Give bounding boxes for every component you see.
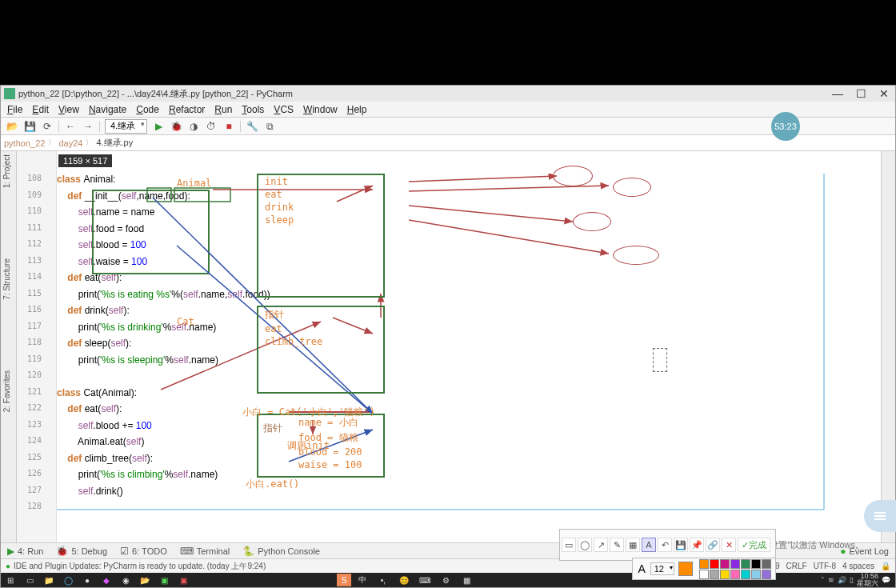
editor-area[interactable]: 1081091101111121131141151161171181191201… <box>17 151 881 542</box>
screenshot-annotation-toolbar[interactable]: ▭ ◯ ↗ ✎ ▦ A ↶ 💾 📌 🔗 ✕ ✓完成 <box>559 529 776 561</box>
minimize-button[interactable]: — <box>832 87 843 100</box>
label-ptr-instance: 指针 <box>263 422 282 435</box>
tray-icon-1[interactable]: 😊 <box>394 574 414 586</box>
menu-view[interactable]: View <box>54 104 84 115</box>
menu-window[interactable]: Window <box>298 104 342 115</box>
tray-volume-icon[interactable]: 🔊 <box>838 576 846 584</box>
color-swatch[interactable] <box>730 570 740 579</box>
arrow-tool-icon[interactable]: ↗ <box>594 538 608 552</box>
app-icon-4[interactable]: ▣ <box>174 574 193 586</box>
run-icon[interactable]: ▶ <box>152 120 165 133</box>
forward-icon[interactable]: → <box>82 120 94 133</box>
open-icon[interactable]: 📂 <box>6 120 18 133</box>
crumb-file[interactable]: 4.继承.py <box>96 137 133 149</box>
maximize-button[interactable]: ☐ <box>856 87 866 100</box>
ime-lang[interactable]: 中 <box>353 574 372 586</box>
color-swatch[interactable] <box>699 570 709 579</box>
oval-4 <box>613 246 659 265</box>
menu-run[interactable]: Run <box>210 104 237 115</box>
tray-icon-3[interactable]: ⚙ <box>436 574 455 586</box>
tray-battery-icon[interactable]: ▯ <box>850 576 854 584</box>
project-tab[interactable]: 1: Project <box>1 151 13 191</box>
tray-icon-2[interactable]: ⌨ <box>415 574 434 586</box>
annotation-font-toolbar[interactable]: A 12 <box>632 558 776 580</box>
stop-icon[interactable]: ■ <box>222 120 235 133</box>
menu-help[interactable]: Help <box>342 104 372 115</box>
run-tool-tab[interactable]: ▶4: Run <box>1 546 50 557</box>
debug-icon[interactable]: 🐞 <box>170 120 182 133</box>
tray-icon-4[interactable]: ▦ <box>457 574 476 586</box>
app-icon-3[interactable]: ◆ <box>97 574 116 586</box>
close-button[interactable]: ✕ <box>879 87 889 100</box>
floating-menu-button[interactable] <box>864 500 896 532</box>
current-color-swatch[interactable] <box>678 562 693 576</box>
back-icon[interactable]: ← <box>64 120 77 133</box>
structure-icon[interactable]: ⧉ <box>263 120 276 133</box>
folder-icon[interactable]: 📂 <box>135 574 154 586</box>
color-swatch[interactable] <box>710 559 719 569</box>
coverage-icon[interactable]: ◑ <box>187 120 200 133</box>
color-swatch[interactable] <box>720 559 730 569</box>
menu-vcs[interactable]: VCS <box>269 104 298 115</box>
pycharm-task-icon[interactable]: ▣ <box>154 574 174 586</box>
debug-tool-tab[interactable]: 🐞5: Debug <box>50 546 114 557</box>
chrome-icon[interactable]: ◉ <box>116 574 135 586</box>
profile-icon[interactable]: ⏱ <box>205 120 218 133</box>
sync-icon[interactable]: ⟳ <box>41 120 54 133</box>
tray-up-icon[interactable]: ˄ <box>821 576 825 584</box>
ime-punct[interactable]: •, <box>374 574 393 586</box>
favorites-tab[interactable]: 2: Favorites <box>1 367 13 415</box>
explorer-icon[interactable]: 📁 <box>39 574 58 586</box>
cancel-tool-icon[interactable]: ✕ <box>722 538 736 552</box>
structure-tab[interactable]: 7: Structure <box>1 255 13 303</box>
undo-tool-icon[interactable]: ↶ <box>658 538 672 552</box>
menu-edit[interactable]: Edit <box>27 104 54 115</box>
color-swatch[interactable] <box>699 559 709 569</box>
color-palette[interactable] <box>699 559 771 579</box>
pen-tool-icon[interactable]: ✎ <box>610 538 624 552</box>
notification-icon[interactable]: 💬 <box>882 576 890 584</box>
mosaic-tool-icon[interactable]: ▦ <box>626 538 640 552</box>
color-swatch[interactable] <box>741 570 750 579</box>
color-swatch[interactable] <box>710 570 719 579</box>
menu-code[interactable]: Code <box>131 104 164 115</box>
status-encoding[interactable]: UTF-8 <box>814 562 836 570</box>
pin-tool-icon[interactable]: 📌 <box>690 538 704 552</box>
window-title: python_22 [D:\python_22] - ...\day24\4.继… <box>18 88 832 100</box>
pyconsole-tool-tab[interactable]: 🐍Python Console <box>236 546 326 557</box>
settings-icon[interactable]: 🔧 <box>246 120 258 133</box>
crumb-root[interactable]: python_22 <box>4 138 45 148</box>
font-size-dropdown[interactable]: 12 <box>650 562 674 575</box>
run-config-dropdown[interactable]: 4.继承 <box>105 119 147 134</box>
app-icon-1[interactable]: ◯ <box>58 574 78 586</box>
share-tool-icon[interactable]: 🔗 <box>706 538 720 552</box>
done-button[interactable]: ✓完成 <box>738 538 770 552</box>
menu-navigate[interactable]: Navigate <box>84 104 131 115</box>
taskview-icon[interactable]: ▭ <box>20 574 39 586</box>
tray-network-icon[interactable]: ≋ <box>828 576 834 584</box>
menubar: FileEditViewNavigateCodeRefactorRunTools… <box>1 102 895 118</box>
todo-tool-tab[interactable]: ☑6: TODO <box>114 546 174 557</box>
status-lineend[interactable]: CRLF <box>786 562 807 570</box>
color-swatch[interactable] <box>762 559 771 569</box>
color-swatch[interactable] <box>751 559 761 569</box>
save-icon[interactable]: 💾 <box>23 120 36 133</box>
color-swatch[interactable] <box>720 570 730 579</box>
terminal-tool-tab[interactable]: ⌨Terminal <box>174 546 237 557</box>
status-indent[interactable]: 4 spaces <box>842 562 874 570</box>
color-swatch[interactable] <box>762 570 771 579</box>
text-tool-icon[interactable]: A <box>642 538 656 552</box>
app-icon-2[interactable]: ● <box>78 574 97 586</box>
save-tool-icon[interactable]: 💾 <box>674 538 688 552</box>
menu-tools[interactable]: Tools <box>237 104 269 115</box>
color-swatch[interactable] <box>730 559 740 569</box>
menu-file[interactable]: File <box>2 104 27 115</box>
start-button[interactable]: ⊞ <box>1 574 20 586</box>
rect-tool-icon[interactable]: ▭ <box>562 538 576 552</box>
crumb-folder[interactable]: day24 <box>58 138 82 148</box>
ellipse-tool-icon[interactable]: ◯ <box>578 538 592 552</box>
ime-icon[interactable]: S <box>337 574 351 586</box>
menu-refactor[interactable]: Refactor <box>164 104 210 115</box>
color-swatch[interactable] <box>741 559 750 569</box>
color-swatch[interactable] <box>751 570 761 579</box>
